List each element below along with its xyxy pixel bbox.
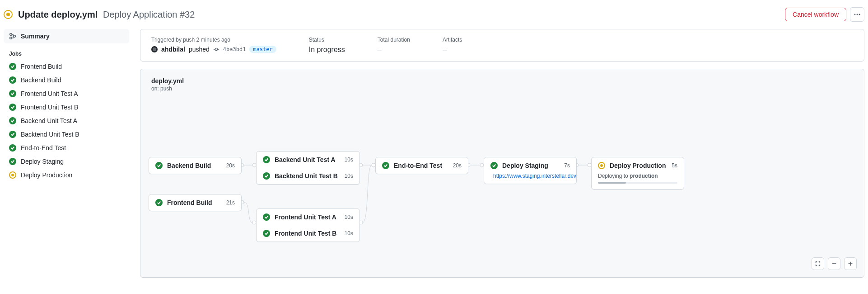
job-label: Deploy Staging — [21, 158, 64, 165]
success-icon — [9, 90, 16, 97]
sidebar-job-item[interactable]: Backtend Unit Test B — [4, 128, 129, 141]
job-label: Backend Unit Test A — [21, 117, 77, 124]
commit-sha[interactable]: 4ba3bd1 — [223, 46, 246, 52]
branch-badge[interactable]: master — [249, 46, 276, 53]
sidebar-job-item[interactable]: Frontend Unit Test A — [4, 87, 129, 100]
cancel-workflow-button[interactable]: Cancel workflow — [785, 8, 846, 21]
svg-point-4 — [10, 37, 12, 39]
success-icon — [490, 162, 498, 169]
artifacts-label: Artifacts — [443, 37, 462, 43]
svg-point-2 — [859, 14, 860, 15]
success-icon — [9, 144, 16, 152]
fullscreen-button[interactable] — [812, 257, 824, 270]
node-label: Backtend Unit Test B — [275, 172, 340, 180]
node-group-backend-tests[interactable]: Backend Unit Test A 10s Backtend Unit Te… — [256, 151, 360, 185]
running-icon — [4, 10, 13, 19]
success-icon — [9, 104, 16, 111]
success-icon — [263, 172, 270, 180]
minus-icon — [831, 261, 837, 267]
node-time: 10s — [345, 230, 353, 237]
node-group-frontend-tests[interactable]: Frontend Unit Test A 10s Frontend Unit T… — [256, 209, 360, 242]
success-icon — [9, 131, 16, 138]
svg-point-1 — [857, 14, 858, 15]
summary-label: Summary — [21, 33, 50, 40]
success-icon — [263, 156, 270, 163]
node-label: Deploy Production — [610, 162, 667, 169]
zoom-in-button[interactable] — [844, 257, 857, 270]
plus-icon — [847, 261, 854, 267]
svg-point-13 — [372, 163, 375, 167]
node-label: Frontend Unit Test A — [275, 213, 340, 221]
node-deploy-staging[interactable]: Deploy Staging 7s https://www.staging.in… — [484, 157, 577, 184]
sidebar-job-item[interactable]: Backend Build — [4, 73, 129, 87]
success-icon — [9, 158, 16, 165]
sidebar-job-item[interactable]: Frontend Build — [4, 60, 129, 73]
node-label: Backend Build — [167, 162, 222, 169]
status-label: Status — [309, 37, 345, 43]
svg-point-5 — [14, 35, 16, 38]
success-icon — [155, 199, 163, 206]
staging-url-link[interactable]: https://www.staging.interstellar.dev — [493, 173, 576, 179]
progress-bar — [598, 182, 677, 184]
deploy-subtext: Deploying to production — [598, 173, 658, 179]
node-label: Frontend Build — [167, 199, 222, 206]
node-time: 20s — [453, 162, 462, 169]
sidebar-job-item[interactable]: Backend Unit Test A — [4, 114, 129, 128]
node-label: Backend Unit Test A — [275, 156, 340, 163]
node-time: 20s — [226, 162, 235, 169]
svg-point-0 — [854, 14, 856, 15]
kebab-icon — [854, 11, 861, 18]
job-label: Deploy Production — [21, 171, 72, 179]
job-label: Frontend Build — [21, 63, 62, 70]
svg-point-8 — [252, 163, 256, 167]
node-label: End-to-End Test — [394, 162, 448, 169]
success-icon — [9, 63, 16, 70]
node-deploy-production[interactable]: Deploy Production 5s Deploying to produc… — [591, 157, 684, 190]
svg-point-17 — [588, 163, 591, 167]
svg-point-3 — [10, 33, 12, 36]
node-e2e-test[interactable]: End-to-End Test 20s — [375, 157, 468, 174]
workflow-subtitle: Deploy Application #32 — [103, 9, 195, 19]
push-action: pushed — [189, 46, 210, 53]
svg-point-6 — [215, 48, 217, 50]
zoom-out-button[interactable] — [828, 257, 840, 270]
success-icon — [382, 162, 389, 169]
trigger-label: Triggered by push 2 minutes ago — [151, 37, 276, 43]
node-time: 5s — [672, 162, 677, 169]
node-label: Deploy Staging — [502, 162, 560, 169]
sidebar-job-item[interactable]: Deploy Production — [4, 168, 129, 182]
node-time: 7s — [564, 162, 570, 169]
duration-label: Total duration — [378, 37, 410, 43]
commit-icon — [213, 46, 219, 52]
fullscreen-icon — [815, 261, 821, 267]
success-icon — [263, 213, 270, 221]
job-label: Frontend Unit Test B — [21, 104, 78, 111]
running-icon — [598, 162, 605, 169]
success-icon — [155, 162, 163, 169]
running-icon — [9, 171, 16, 179]
success-icon — [9, 76, 16, 84]
node-backend-build[interactable]: Backend Build 20s — [149, 157, 242, 174]
node-label: Frontend Unit Test B — [275, 230, 340, 237]
job-label: Backend Build — [21, 76, 61, 84]
artifacts-value: – — [443, 46, 462, 54]
node-frontend-build[interactable]: Frontend Build 21s — [149, 194, 242, 211]
svg-point-10 — [252, 221, 256, 224]
avatar — [151, 46, 158, 52]
more-actions-button[interactable] — [850, 7, 864, 22]
sidebar-job-item[interactable]: Deploy Staging — [4, 155, 129, 168]
job-label: End-to-End Test — [21, 144, 66, 152]
summary-tab[interactable]: Summary — [4, 29, 129, 43]
actor-link[interactable]: ahdbilal — [161, 46, 185, 53]
node-time: 21s — [226, 199, 235, 206]
jobs-heading: Jobs — [4, 43, 129, 60]
sidebar-job-item[interactable]: Frontend Unit Test B — [4, 100, 129, 114]
svg-point-15 — [480, 163, 484, 167]
sidebar-job-item[interactable]: End-to-End Test — [4, 141, 129, 155]
duration-value: – — [378, 46, 410, 54]
success-icon — [9, 117, 16, 124]
status-value: In progress — [309, 46, 345, 54]
workflow-title: Update deploy.yml — [18, 9, 98, 19]
node-time: 10s — [345, 173, 353, 179]
workflow-file: deploy.yml — [151, 77, 853, 85]
